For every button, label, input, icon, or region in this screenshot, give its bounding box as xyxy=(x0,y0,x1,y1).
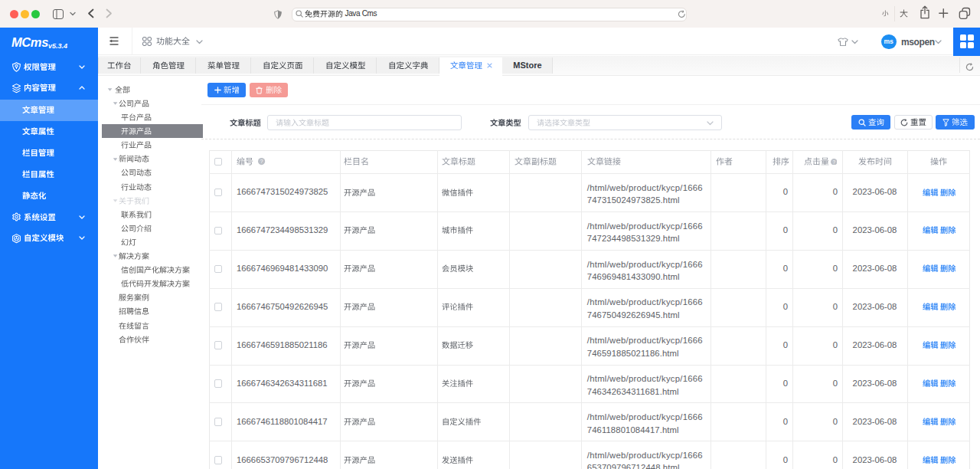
svg-text:?: ? xyxy=(832,159,835,165)
svg-text:?: ? xyxy=(260,159,263,165)
